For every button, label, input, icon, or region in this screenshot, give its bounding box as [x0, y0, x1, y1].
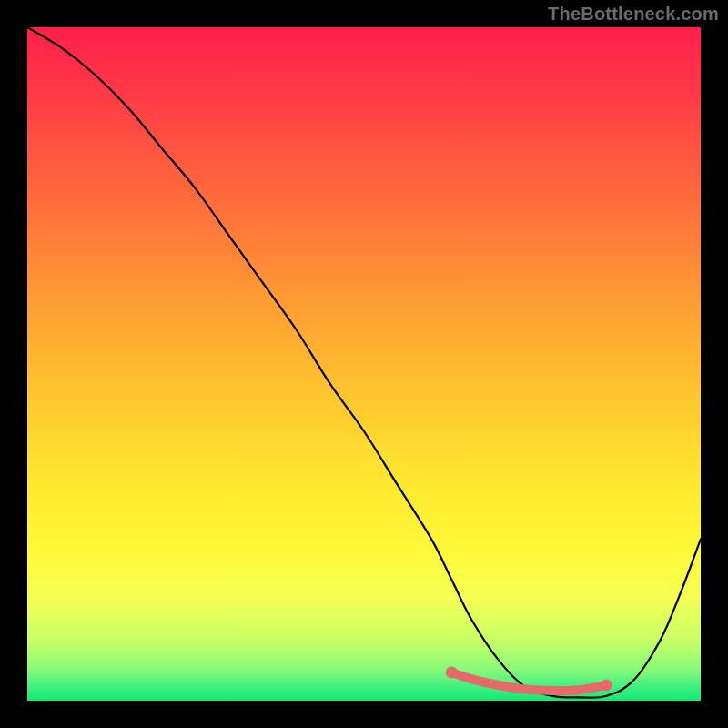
accent-endpoint-dot: [446, 666, 458, 678]
bottleneck-curve-path: [27, 27, 701, 698]
accent-endpoint-dot: [601, 679, 612, 691]
curve-layer: [27, 27, 701, 701]
chart-container: TheBottleneck.com: [0, 0, 728, 728]
plot-area: [27, 27, 701, 701]
watermark-text: TheBottleneck.com: [548, 4, 719, 25]
optimal-range-accent-path: [451, 672, 606, 691]
